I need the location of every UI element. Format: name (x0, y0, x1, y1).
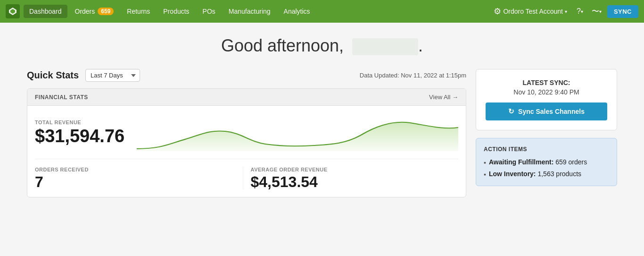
revenue-chart (137, 113, 458, 151)
avg-order-revenue-label: AVERAGE ORDER REVENUE (251, 167, 451, 172)
avg-order-revenue-stat: AVERAGE ORDER REVENUE $4,513.54 (243, 167, 459, 189)
inventory-label: Low Inventory: (489, 170, 536, 178)
nav-orders-label: Orders (75, 8, 95, 15)
nav-item-orders[interactable]: Orders 659 (69, 5, 120, 18)
financial-card-body: TOTAL REVENUE $31,594.76 (27, 106, 466, 197)
sync-channels-label: Sync Sales Channels (518, 108, 585, 115)
nav-item-manufacturing[interactable]: Manufacturing (223, 5, 276, 18)
data-updated: Data Updated: Nov 11, 2022 at 1:15pm (360, 72, 466, 79)
sync-button[interactable]: SYNC (607, 5, 638, 18)
navbar: Dashboard Orders 659 Returns Products PO… (0, 0, 644, 23)
orders-received-label: ORDERS RECEIVED (35, 167, 235, 172)
question-icon: ? (577, 7, 581, 16)
view-all-link[interactable]: View All → (429, 94, 458, 101)
fulfillment-value: 659 orders (555, 158, 587, 166)
sync-channels-button[interactable]: ↻ Sync Sales Channels (486, 102, 607, 120)
sync-icon: ↻ (508, 107, 514, 116)
stats-section: Quick Stats Last 7 Days Last 30 Days Las… (27, 69, 466, 197)
nav-item-pos[interactable]: POs (197, 5, 221, 18)
total-revenue-value: $31,594.76 (35, 127, 129, 145)
account-menu[interactable]: ⚙ Ordoro Test Account ▾ (490, 4, 571, 18)
gear-icon: ⚙ (494, 6, 501, 17)
orders-received-stat: ORDERS RECEIVED 7 (35, 167, 243, 189)
nav-right: ⚙ Ordoro Test Account ▾ ? ▾ 〜 ▾ SYNC (490, 4, 638, 18)
data-updated-value: Nov 11, 2022 at 1:15pm (401, 72, 466, 79)
account-label: Ordoro Test Account (503, 8, 563, 15)
account-chevron-icon: ▾ (565, 9, 567, 14)
action-item-fulfillment: Awaiting Fulfillment: 659 orders (484, 158, 609, 166)
financial-stats-title: FINANCIAL STATS (35, 94, 88, 101)
action-item-inventory-text: Low Inventory: 1,563 products (489, 170, 581, 178)
date-range-select[interactable]: Last 7 Days Last 30 Days Last 90 Days (85, 69, 140, 82)
action-items-title: ACTION ITEMS (484, 146, 609, 153)
financial-card-header: FINANCIAL STATS View All → (27, 89, 466, 106)
help-chevron-icon: ▾ (581, 9, 583, 14)
quick-stats-header: Quick Stats Last 7 Days Last 30 Days Las… (27, 69, 466, 82)
latest-sync-date: Nov 10, 2022 9:40 PM (486, 88, 607, 96)
inventory-value: 1,563 products (537, 170, 581, 178)
revenue-left: TOTAL REVENUE $31,594.76 (35, 119, 129, 145)
nav-item-analytics[interactable]: Analytics (278, 5, 316, 18)
action-items-card: ACTION ITEMS Awaiting Fulfillment: 659 o… (476, 138, 617, 186)
activity-button[interactable]: 〜 ▾ (589, 5, 604, 18)
quick-stats-title: Quick Stats (27, 70, 79, 81)
nav-item-dashboard[interactable]: Dashboard (24, 5, 67, 18)
orders-received-value: 7 (35, 174, 235, 189)
nav-item-returns[interactable]: Returns (121, 5, 156, 18)
greeting-name-redacted (352, 38, 418, 55)
bottom-stats: ORDERS RECEIVED 7 AVERAGE ORDER REVENUE … (35, 167, 458, 189)
sidebar-section: LATEST SYNC: Nov 10, 2022 9:40 PM ↻ Sync… (476, 69, 617, 186)
nav-item-products[interactable]: Products (157, 5, 195, 18)
dashboard-layout: Quick Stats Last 7 Days Last 30 Days Las… (27, 69, 617, 197)
activity-chevron-icon: ▾ (599, 9, 602, 14)
fulfillment-label: Awaiting Fulfillment: (489, 158, 553, 166)
revenue-row: TOTAL REVENUE $31,594.76 (35, 113, 458, 159)
activity-icon: 〜 (592, 7, 599, 17)
app-logo (6, 4, 20, 18)
sync-card: LATEST SYNC: Nov 10, 2022 9:40 PM ↻ Sync… (476, 69, 617, 130)
orders-badge: 659 (98, 8, 114, 15)
greeting-text: Good afternoon, . (27, 36, 617, 56)
main-content: Good afternoon, . Quick Stats Last 7 Day… (16, 23, 628, 207)
total-revenue-label: TOTAL REVENUE (35, 119, 129, 125)
financial-card: FINANCIAL STATS View All → TOTAL REVENUE… (27, 88, 466, 197)
help-button[interactable]: ? ▾ (574, 5, 586, 17)
latest-sync-label: LATEST SYNC: (486, 79, 607, 86)
avg-order-revenue-value: $4,513.54 (251, 174, 451, 189)
action-item-inventory: Low Inventory: 1,563 products (484, 170, 609, 178)
action-item-fulfillment-text: Awaiting Fulfillment: 659 orders (489, 158, 587, 166)
